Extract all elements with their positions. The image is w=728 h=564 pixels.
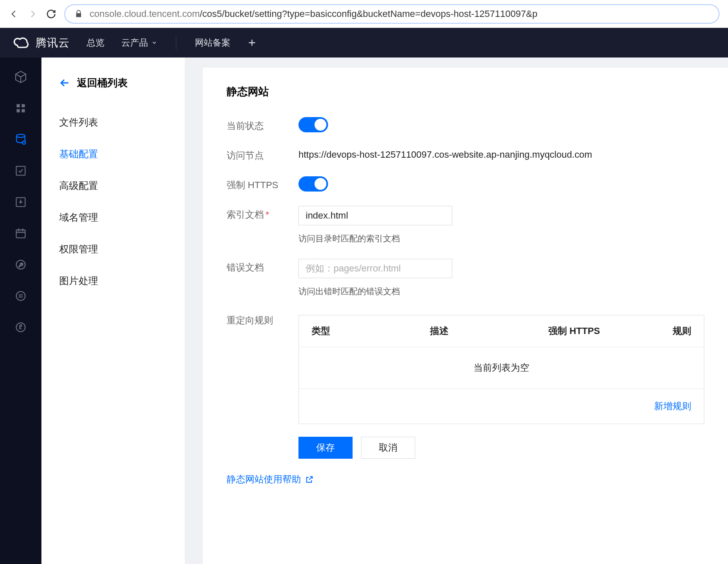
circle-letter-icon[interactable] (14, 320, 27, 334)
bucket-sidebar: 返回桶列表 文件列表 基础配置 高级配置 域名管理 权限管理 图片处理 (41, 57, 185, 564)
col-desc: 描述 (430, 325, 548, 337)
svg-point-9 (16, 260, 25, 269)
grid-icon[interactable] (14, 101, 27, 115)
error-doc-help: 访问出错时匹配的错误文档 (298, 286, 452, 297)
browser-forward-button[interactable] (27, 8, 38, 19)
svg-point-4 (16, 134, 25, 138)
sidebar-item-advanced-config[interactable]: 高级配置 (41, 170, 185, 202)
index-doc-input[interactable] (298, 206, 452, 225)
svg-rect-6 (16, 167, 25, 175)
sidebar-item-image-processing[interactable]: 图片处理 (41, 265, 185, 297)
lock-icon (74, 10, 83, 18)
svg-rect-3 (22, 109, 25, 112)
table-empty-text: 当前列表为空 (299, 347, 704, 389)
force-https-label: 强制 HTTPS (227, 176, 298, 192)
help-link[interactable]: 静态网站使用帮助 (227, 473, 704, 486)
url-text: console.cloud.tencent.com/cos5/bucket/se… (90, 8, 537, 19)
add-rule-link[interactable]: 新增规则 (654, 401, 691, 411)
chevron-down-icon (151, 40, 157, 46)
static-website-panel: 静态网站 当前状态 访问节点 https://devops-host-12571… (203, 68, 728, 564)
brand-name: 腾讯云 (36, 36, 70, 50)
svg-rect-1 (22, 104, 25, 107)
svg-rect-2 (16, 109, 20, 112)
redirect-rules-table: 类型 描述 强制 HTTPS 规则 当前列表为空 新增规则 (298, 315, 704, 424)
browser-address-bar[interactable]: console.cloud.tencent.com/cos5/bucket/se… (64, 4, 720, 24)
save-button[interactable]: 保存 (298, 437, 353, 459)
add-shortcut-button[interactable] (247, 38, 257, 47)
col-type: 类型 (312, 325, 430, 337)
nav-overview[interactable]: 总览 (87, 37, 104, 49)
wrench-icon[interactable] (14, 258, 27, 271)
nav-products-label: 云产品 (121, 37, 148, 49)
divider (176, 36, 176, 49)
bucket-icon[interactable] (14, 133, 27, 146)
force-https-toggle[interactable] (298, 176, 328, 192)
redirect-label: 重定向规则 (227, 312, 298, 327)
back-label: 返回桶列表 (77, 76, 128, 90)
table-header: 类型 描述 强制 HTTPS 规则 (299, 315, 704, 347)
endpoint-label: 访问节点 (227, 147, 298, 162)
left-rail (0, 57, 41, 564)
svg-rect-0 (16, 104, 20, 107)
download-box-icon[interactable] (14, 195, 27, 209)
error-doc-input[interactable] (298, 259, 452, 278)
panel-title: 静态网站 (227, 85, 704, 99)
brand[interactable]: 腾讯云 (13, 34, 70, 51)
browser-toolbar: console.cloud.tencent.com/cos5/bucket/se… (0, 0, 728, 28)
browser-reload-button[interactable] (46, 8, 57, 19)
sidebar-item-permissions[interactable]: 权限管理 (41, 233, 185, 265)
external-link-icon (305, 475, 314, 484)
svg-point-10 (16, 292, 25, 301)
error-doc-label: 错误文档 (227, 259, 298, 274)
nav-filing[interactable]: 网站备案 (195, 37, 230, 49)
svg-rect-8 (16, 230, 25, 238)
help-link-text: 静态网站使用帮助 (227, 473, 301, 486)
arrow-left-icon (59, 77, 70, 88)
endpoint-value: https://devops-host-1257110097.cos-websi… (298, 147, 704, 160)
col-rule: 规则 (658, 325, 691, 337)
check-square-icon[interactable] (14, 164, 27, 178)
browser-back-button[interactable] (8, 8, 19, 19)
index-doc-label: 索引文档* (227, 206, 298, 221)
content-area: 静态网站 当前状态 访问节点 https://devops-host-12571… (185, 57, 728, 564)
sidebar-item-files[interactable]: 文件列表 (41, 107, 185, 138)
sidebar-item-basic-config[interactable]: 基础配置 (41, 138, 185, 170)
col-https: 强制 HTTPS (548, 325, 658, 337)
cube-icon[interactable] (14, 70, 27, 84)
status-toggle[interactable] (298, 117, 328, 132)
calendar-icon[interactable] (14, 227, 27, 240)
brand-logo-icon (13, 34, 30, 51)
sidebar-item-domain[interactable]: 域名管理 (41, 202, 185, 233)
nav-products[interactable]: 云产品 (121, 37, 157, 49)
status-label: 当前状态 (227, 117, 298, 132)
cancel-button[interactable]: 取消 (361, 437, 415, 459)
circle-equal-icon[interactable] (14, 289, 27, 303)
app-header: 腾讯云 总览 云产品 网站备案 (0, 28, 728, 57)
back-to-buckets[interactable]: 返回桶列表 (41, 76, 185, 107)
index-doc-help: 访问目录时匹配的索引文档 (298, 233, 452, 244)
